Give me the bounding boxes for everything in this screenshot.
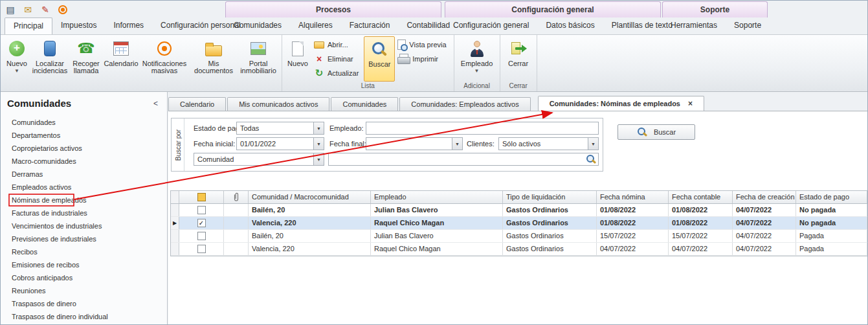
tab-comunidades[interactable]: Comunidades: [225, 17, 290, 34]
sidebar-item-reuniones[interactable]: Reuniones: [1, 284, 166, 297]
broadcast-icon[interactable]: [57, 4, 69, 16]
cerrar-button[interactable]: Cerrar: [502, 36, 535, 82]
portal-inmobiliario-button[interactable]: Portal inmobiliario: [237, 36, 280, 82]
incidents-icon: [44, 41, 56, 56]
table-row[interactable]: Valencia, 220 Raquel Chico Magan Gastos …: [171, 243, 867, 256]
calendario-button[interactable]: Calendario: [104, 36, 139, 82]
sidebar-item-nominas-de-empleados[interactable]: Nóminas de empleados: [1, 194, 166, 207]
sidebar-item-traspasos-de-dinero[interactable]: Traspasos de dinero: [1, 297, 166, 310]
sidebar-item-derramas[interactable]: Derramas: [1, 168, 166, 181]
sidebar-item-cobros-anticipados[interactable]: Cobros anticipados: [1, 271, 166, 284]
row-checkbox-cell[interactable]: [179, 230, 224, 242]
sidebar-item-facturas-de-industriales[interactable]: Facturas de industriales: [1, 207, 166, 219]
doc-tab-calendario[interactable]: Calendario: [168, 97, 226, 111]
tab-alquileres[interactable]: Alquileres: [290, 17, 341, 34]
chevron-down-icon[interactable]: ▼: [313, 138, 324, 150]
column-header-comunidad[interactable]: Comunidad / Macrocomunidad: [249, 191, 371, 203]
comunidad-search-input[interactable]: [329, 153, 584, 165]
doc-tab-nominas-de-empleados-active[interactable]: Comunidades: Nóminas de empleados ×: [538, 96, 704, 111]
doc-tab-empleados-activos[interactable]: Comunidades: Empleados activos: [399, 97, 530, 111]
application-window: ▤ ✉ ✎ Procesos Configuración general Sop…: [0, 0, 868, 325]
recoger-llamada-button[interactable]: ☎ Recoger llamada: [69, 36, 104, 82]
column-header-tipo[interactable]: Tipo de liquidación: [503, 191, 597, 203]
sidebar-item-comunidades[interactable]: Comunidades: [1, 116, 166, 129]
vista-previa-button[interactable]: Vista previa: [395, 38, 451, 51]
field-search-button[interactable]: [584, 153, 598, 165]
clientes-select[interactable]: Sólo activos ▼: [498, 137, 599, 150]
actualizar-button[interactable]: ↻ Actualizar: [311, 67, 364, 80]
close-icon[interactable]: ×: [688, 96, 693, 111]
localizar-incidencias-button[interactable]: Localizar incidencias: [31, 36, 69, 82]
column-header-fecha-contable[interactable]: Fecha contable: [669, 191, 733, 203]
nuevo-button[interactable]: + Nuevo ▼: [3, 36, 31, 82]
sidebar-item-emisiones-de-recibos[interactable]: Emisiones de recibos: [1, 258, 166, 271]
row-checkbox[interactable]: [197, 245, 206, 253]
tab-impuestos[interactable]: Impuestos: [52, 17, 105, 34]
row-checkbox-cell[interactable]: [179, 204, 224, 216]
sidebar-item-traspasos-de-dinero-individual[interactable]: Traspasos de dinero individual: [1, 310, 166, 323]
table-row[interactable]: Bailén, 20 Julian Bas Clavero Gastos Ord…: [171, 204, 867, 217]
nuevo-lista-button[interactable]: Nuevo: [284, 36, 311, 82]
table-row[interactable]: Bailén, 20 Julian Bas Clavero Gastos Ord…: [171, 230, 867, 243]
fecha-inicial-datepicker[interactable]: 01/01/2022 ▼: [236, 137, 324, 150]
column-header-fecha-creacion[interactable]: Fecha de creación: [733, 191, 796, 203]
row-checkbox-cell[interactable]: [179, 217, 224, 229]
tab-soporte[interactable]: Soporte: [726, 17, 770, 34]
column-header-estado-de-pago[interactable]: Estado de pago: [796, 191, 867, 203]
empleado-input[interactable]: [366, 122, 599, 135]
sidebar-collapse-button[interactable]: <: [153, 99, 158, 108]
table-row-selected[interactable]: ▶ Valencia, 220 Raquel Chico Magan Gasto…: [171, 217, 867, 230]
search-icon: [637, 127, 647, 137]
notificaciones-masivas-button[interactable]: Notificaciones masivas: [139, 36, 190, 82]
buscar-ribbon-button[interactable]: Buscar: [364, 36, 395, 82]
tab-principal[interactable]: Principal: [5, 17, 52, 34]
chevron-down-icon[interactable]: ▼: [313, 153, 324, 165]
nuevo-lista-label: Nuevo: [287, 60, 308, 67]
mail-icon[interactable]: ✉: [22, 4, 34, 16]
row-checkbox[interactable]: [197, 206, 206, 214]
documentos-label: Mis documentos: [192, 60, 236, 74]
notebook-icon[interactable]: ▤: [5, 4, 16, 16]
sidebar-item-vencimientos-de-industriales[interactable]: Vencimientos de industriales: [1, 219, 166, 232]
comunidad-field-select[interactable]: Comunidad ▼: [194, 153, 324, 166]
sidebar-item-empleados-activos[interactable]: Empleados activos: [1, 181, 166, 194]
cell-comunidad: Valencia, 220: [249, 243, 371, 255]
chevron-down-icon[interactable]: ▼: [313, 122, 324, 134]
abrir-button[interactable]: Abrir...: [311, 38, 364, 51]
tab-configuracion-general[interactable]: Configuración general: [445, 17, 537, 34]
doc-tab-mis-comunicados-activos[interactable]: Mis comunicados activos: [227, 97, 329, 111]
ribbon-tabs-procesos: Comunidades Alquileres Facturación Conta…: [225, 17, 441, 34]
chevron-down-icon[interactable]: ▼: [452, 138, 462, 150]
fecha-inicial-label: Fecha inicial:: [194, 137, 235, 150]
fecha-final-datepicker[interactable]: ▼: [366, 137, 463, 150]
select-all-checkbox[interactable]: [197, 193, 206, 201]
mis-documentos-button[interactable]: Mis documentos: [190, 36, 237, 82]
imprimir-button[interactable]: Imprimir: [395, 52, 451, 65]
column-header-empleado[interactable]: Empleado: [371, 191, 503, 203]
row-checkbox-cell[interactable]: [179, 243, 224, 255]
row-checkbox[interactable]: [197, 232, 206, 240]
buscar-button[interactable]: Buscar: [618, 124, 695, 140]
empleado-button[interactable]: Empleado ▼: [456, 36, 498, 82]
sidebar-item-recibos[interactable]: Recibos: [1, 245, 166, 258]
group-label-adicional[interactable]: Adicional: [454, 82, 500, 91]
select-all-header[interactable]: [179, 191, 224, 203]
tab-datos-basicos[interactable]: Datos básicos: [537, 17, 603, 34]
tab-herramientas[interactable]: Herramientas: [662, 17, 726, 34]
cell-fecha-nomina: 04/07/2022: [597, 243, 669, 255]
column-header-fecha-nomina[interactable]: Fecha nómina: [597, 191, 669, 203]
chevron-down-icon[interactable]: ▼: [588, 138, 598, 150]
group-label-empty: [1, 82, 282, 91]
sidebar-item-departamentos[interactable]: Departamentos: [1, 129, 166, 142]
sidebar-item-previsiones-de-industriales[interactable]: Previsiones de industriales: [1, 232, 166, 245]
edit-icon[interactable]: ✎: [39, 4, 51, 16]
estado-de-pago-select[interactable]: Todas ▼: [236, 122, 324, 135]
tab-facturacion[interactable]: Facturación: [341, 17, 399, 34]
tab-informes[interactable]: Informes: [105, 17, 152, 34]
sidebar-item-copropietarios-activos[interactable]: Copropietarios activos: [1, 142, 166, 155]
sidebar-item-macro-comunidades[interactable]: Macro-comunidades: [1, 155, 166, 168]
attachment-column-header[interactable]: [224, 191, 249, 203]
row-checkbox[interactable]: [197, 219, 206, 227]
doc-tab-comunidades[interactable]: Comunidades: [331, 97, 398, 111]
eliminar-button[interactable]: × Eliminar: [311, 52, 364, 65]
